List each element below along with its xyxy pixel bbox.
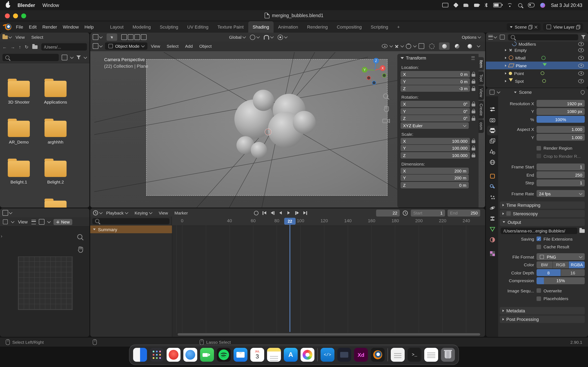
show-overlays-icon[interactable] [406, 43, 411, 49]
tab-texture-properties[interactable] [487, 249, 498, 259]
dock-finder-icon[interactable] [133, 348, 147, 362]
dock-calendar-icon[interactable]: JUL 3 [250, 348, 264, 362]
back-icon[interactable]: ← [2, 44, 7, 49]
expand-icon[interactable] [505, 64, 507, 67]
expand-icon[interactable] [93, 229, 96, 230]
tab-object-data-properties[interactable] [487, 224, 498, 234]
minimize-window-button[interactable] [13, 13, 18, 18]
folder-item-partial[interactable] [38, 201, 73, 208]
current-frame-field[interactable]: 22 [376, 209, 400, 216]
placeholders-checkbox[interactable] [536, 296, 541, 301]
rotation-y-field[interactable]: Y0° [401, 108, 470, 114]
outliner-row-spot[interactable]: Spot [486, 77, 588, 85]
forward-icon[interactable]: → [11, 44, 15, 49]
dock-blue-app-icon[interactable] [183, 348, 197, 362]
display-mode-chevron-icon[interactable] [70, 56, 73, 59]
outliner-row-plane[interactable]: Plane [486, 62, 588, 69]
scale-z-field[interactable]: Z100.000 [401, 152, 470, 158]
dock-photos-icon[interactable] [301, 348, 314, 362]
new-scene-icon[interactable] [528, 25, 532, 29]
tab-particle-properties[interactable] [487, 192, 498, 202]
jump-to-start-button[interactable] [261, 210, 268, 216]
editor-type-chevron-icon[interactable] [497, 91, 500, 94]
bluetooth-icon[interactable] [485, 3, 488, 7]
panel-collapse-icon[interactable] [401, 57, 404, 59]
tab-animation[interactable]: Animation [274, 21, 303, 33]
depth-16-option[interactable]: 16 [561, 269, 585, 276]
outliner-row-partial[interactable]: Modifiers [486, 42, 588, 46]
sidebar-tab-osm[interactable]: osm [479, 120, 484, 133]
viewport-select-menu[interactable]: Select [164, 44, 181, 49]
depth-8-option[interactable]: 8 [536, 269, 561, 276]
resolution-percent-slider[interactable]: 100% [536, 116, 585, 123]
outliner-editor-icon[interactable] [488, 35, 493, 39]
properties-editor-icon[interactable] [490, 90, 494, 95]
pivot-point-dropdown[interactable] [250, 34, 260, 40]
browse-folder-icon[interactable] [579, 229, 585, 233]
expand-icon[interactable] [505, 80, 507, 82]
timeline-editor-icon[interactable] [93, 210, 98, 216]
menubar-app-name[interactable]: Blender [17, 3, 35, 8]
show-gizmo-icon[interactable] [394, 43, 399, 49]
rotation-mode-dropdown[interactable]: XYZ Euler [401, 122, 469, 129]
compression-slider[interactable]: 15% [536, 277, 585, 284]
frame-step-field[interactable]: 1 [536, 179, 585, 186]
dock-blender-icon[interactable] [371, 348, 385, 362]
file-search-input[interactable] [2, 54, 59, 61]
tab-object-properties[interactable] [487, 171, 498, 181]
eye-icon[interactable] [578, 48, 584, 52]
stereoscopy-checkbox[interactable] [506, 211, 511, 216]
display-mirroring-icon[interactable] [442, 3, 449, 7]
tab-physics-properties[interactable] [487, 203, 498, 213]
siri-icon[interactable] [540, 3, 545, 8]
aspect-y-field[interactable]: 1.000 [536, 134, 585, 141]
display-channels-icon[interactable] [3, 219, 8, 224]
metadata-panel-header[interactable]: Metadata [500, 307, 585, 314]
sidebar-tab-view[interactable]: View [479, 86, 484, 100]
filter-chevron-icon[interactable] [84, 56, 87, 59]
control-center-icon[interactable] [528, 3, 535, 7]
metaball-blob[interactable] [251, 142, 267, 158]
tab-scene-properties[interactable] [487, 147, 498, 157]
file-extensions-checkbox[interactable]: ✓ [536, 237, 541, 241]
dock-mail-icon[interactable] [233, 348, 247, 362]
rotation-x-field[interactable]: X0° [401, 101, 470, 107]
zoom-window-button[interactable] [21, 13, 26, 18]
jump-to-end-button[interactable] [302, 210, 309, 216]
sidebar-tab-create[interactable]: Create [479, 101, 484, 119]
navigation-gizmo[interactable]: X Y Z [361, 54, 389, 86]
horizontal-scrollbar[interactable] [178, 333, 480, 336]
lock-icon[interactable] [472, 88, 475, 91]
time-remapping-panel-header[interactable]: Time Remapping [500, 201, 585, 209]
menu-file[interactable]: File [13, 25, 26, 29]
file-path-field[interactable]: /Users/... [41, 43, 87, 50]
eye-icon[interactable] [578, 71, 584, 75]
playhead-frame-badge[interactable]: 22 [284, 218, 296, 225]
play-reverse-button[interactable] [277, 210, 284, 216]
shading-chevron-icon[interactable] [477, 44, 480, 48]
editor-type-chevron-icon[interactable] [9, 211, 12, 215]
panel-options-icon[interactable] [471, 56, 475, 60]
dock-notes-icon[interactable] [267, 348, 281, 362]
display-mode-grid-icon[interactable] [62, 55, 67, 60]
chevron-down-icon[interactable] [99, 44, 103, 48]
frame-rate-dropdown[interactable]: 24 fps [536, 190, 585, 197]
wifi-icon[interactable] [507, 3, 513, 7]
output-panel-header[interactable]: Output [500, 218, 585, 226]
transform-orientation-dropdown[interactable]: Global [229, 35, 246, 40]
view-layer-selector[interactable]: View Layer [543, 23, 583, 31]
tab-compositing[interactable]: Compositing [332, 21, 366, 33]
dock-vscode-icon[interactable]: </> [320, 348, 334, 362]
dimensions-z-field[interactable]: Z0 m [401, 182, 469, 188]
dock-trash-icon[interactable] [441, 348, 455, 362]
active-tool-select-box-button[interactable] [107, 33, 117, 41]
menu-window[interactable]: Window [60, 25, 82, 29]
tab-modeling[interactable]: Modeling [128, 21, 155, 33]
editor-type-chevron-icon[interactable] [9, 35, 12, 39]
tab-uv-editing[interactable]: UV Editing [183, 21, 213, 33]
location-x-field[interactable]: X0 m [401, 71, 470, 77]
frame-start-field[interactable]: 1 [536, 164, 585, 170]
image-view-menu[interactable]: View [17, 219, 28, 224]
lock-icon[interactable] [472, 81, 475, 83]
menubar-window-menu[interactable]: Window [43, 3, 59, 8]
